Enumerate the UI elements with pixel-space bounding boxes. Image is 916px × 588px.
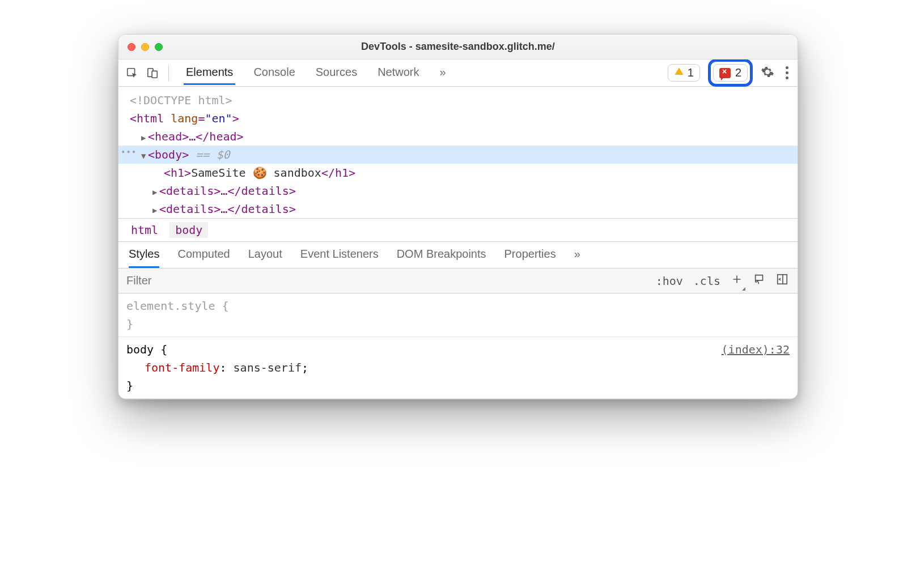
subtab-properties[interactable]: Properties: [504, 248, 556, 268]
dom-tree[interactable]: <!DOCTYPE html> <html lang="en"> ▶<head>…: [118, 87, 798, 218]
body-style-block[interactable]: (index):32 body { font-family: sans-seri…: [118, 337, 798, 399]
subtab-event-listeners[interactable]: Event Listeners: [300, 248, 379, 268]
disclosure-right-icon[interactable]: ▶: [152, 186, 159, 198]
toolbar-separator: [168, 65, 169, 81]
dom-details-2[interactable]: ▶<details>…</details>: [118, 200, 798, 218]
window-title: DevTools - samesite-sandbox.glitch.me/: [118, 41, 798, 53]
disclosure-down-icon[interactable]: ▼: [141, 150, 148, 162]
disclosure-right-icon[interactable]: ▶: [141, 131, 148, 144]
issues-count: 2: [735, 66, 741, 79]
subtab-overflow[interactable]: »: [574, 248, 580, 268]
tab-console[interactable]: Console: [251, 61, 297, 85]
filter-row: :hov .cls: [118, 269, 798, 293]
subtab-layout[interactable]: Layout: [248, 248, 282, 268]
settings-icon[interactable]: [761, 65, 774, 81]
warnings-count: 1: [688, 66, 694, 79]
dom-details-1[interactable]: ▶<details>…</details>: [118, 182, 798, 200]
cls-toggle[interactable]: .cls: [693, 274, 720, 288]
subtab-computed[interactable]: Computed: [177, 248, 230, 268]
element-style-block[interactable]: element.style { }: [118, 293, 798, 337]
panel-tabs: Elements Console Sources Network »: [184, 61, 448, 85]
crumb-html[interactable]: html: [125, 222, 164, 238]
maximize-window-button[interactable]: [155, 43, 163, 51]
issue-icon: [719, 68, 731, 78]
traffic-lights: [128, 43, 163, 51]
dom-body-selected[interactable]: ▼<body> == $0: [118, 146, 798, 164]
dom-head[interactable]: ▶<head>…</head>: [118, 127, 798, 146]
styles-filter-input[interactable]: [118, 269, 647, 293]
styles-pane: element.style { } (index):32 body { font…: [118, 293, 798, 399]
dom-doctype[interactable]: <!DOCTYPE html>: [118, 91, 798, 109]
tab-network[interactable]: Network: [375, 61, 421, 85]
issues-highlight: 2: [708, 59, 753, 87]
issues-badge[interactable]: 2: [713, 64, 748, 82]
close-window-button[interactable]: [128, 43, 135, 51]
toggle-computed-panel-icon[interactable]: [776, 273, 788, 288]
titlebar: DevTools - samesite-sandbox.glitch.me/: [118, 35, 798, 59]
body-style-close: }: [126, 377, 790, 395]
device-toolbar-icon[interactable]: [145, 65, 160, 81]
hov-toggle[interactable]: :hov: [656, 274, 683, 288]
warning-icon: [674, 66, 684, 79]
body-selector: body {: [126, 340, 790, 359]
styles-subtabs: Styles Computed Layout Event Listeners D…: [118, 242, 798, 269]
element-style-close: }: [126, 315, 790, 333]
paint-brush-icon[interactable]: [753, 273, 766, 288]
main-toolbar: Elements Console Sources Network » 1 2: [118, 59, 798, 87]
warnings-badge[interactable]: 1: [668, 64, 700, 82]
more-menu-icon[interactable]: [782, 66, 792, 79]
style-source-link[interactable]: (index):32: [722, 340, 790, 359]
devtools-window: DevTools - samesite-sandbox.glitch.me/ E…: [118, 34, 798, 399]
dom-h1[interactable]: <h1>SameSite 🍪 sandbox</h1>: [118, 164, 798, 182]
toolbar-right: 1 2: [668, 59, 792, 87]
filter-tools: :hov .cls: [647, 273, 798, 288]
dom-html-open[interactable]: <html lang="en">: [118, 109, 798, 127]
subtab-styles[interactable]: Styles: [129, 248, 159, 268]
subtab-dom-breakpoints[interactable]: DOM Breakpoints: [397, 248, 486, 268]
minimize-window-button[interactable]: [141, 43, 149, 51]
tab-overflow[interactable]: »: [438, 61, 448, 85]
new-style-rule-button[interactable]: [731, 273, 743, 288]
disclosure-right-icon[interactable]: ▶: [152, 204, 159, 216]
tab-sources[interactable]: Sources: [313, 61, 359, 85]
svg-rect-2: [152, 71, 157, 78]
inspect-element-icon[interactable]: [124, 65, 140, 81]
crumb-body[interactable]: body: [169, 222, 208, 238]
tab-elements[interactable]: Elements: [184, 61, 235, 85]
element-style-selector: element.style {: [126, 297, 790, 315]
css-property[interactable]: font-family: [145, 361, 219, 374]
breadcrumb: html body: [118, 218, 798, 242]
css-value[interactable]: sans-serif: [234, 361, 302, 374]
